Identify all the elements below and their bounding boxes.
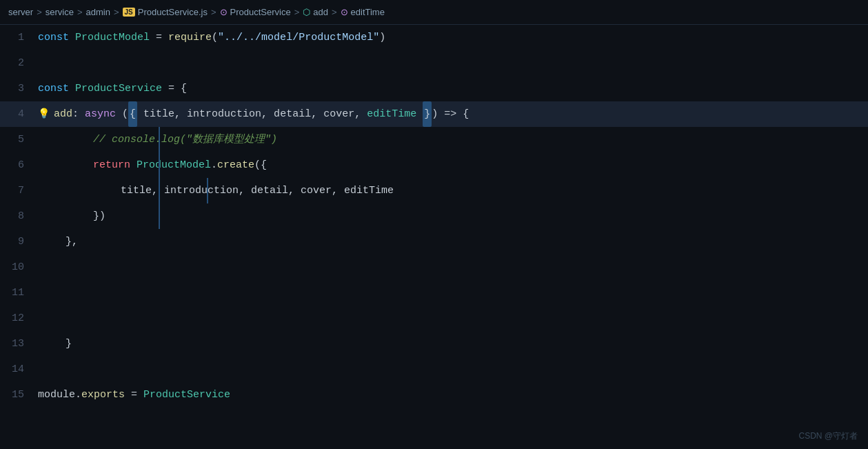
breadcrumb-add[interactable]: add	[313, 7, 328, 17]
line-content-9: },	[38, 229, 78, 255]
code-line-6: 6 return ProductModel . create ({	[0, 152, 868, 178]
line-number-9: 9	[0, 229, 38, 255]
line-number-1: 1	[0, 25, 38, 50]
line-number-2: 2	[0, 50, 38, 76]
code-line-8: 8 })	[0, 203, 868, 229]
code-line-13: 13 }	[0, 331, 868, 357]
line-number-14: 14	[0, 357, 38, 382]
breadcrumb-js-icon: JS	[123, 8, 135, 17]
breadcrumb-edittime[interactable]: editTime	[351, 7, 385, 17]
line-number-4: 4	[0, 101, 38, 127]
code-line-9: 9 },	[0, 229, 868, 255]
line-number-3: 3	[0, 76, 38, 101]
line-number-5: 5	[0, 127, 38, 152]
line-number-10: 10	[0, 255, 38, 280]
code-line-11: 11	[0, 280, 868, 306]
code-line-7: 7 title, introduction, detail, cover, ed…	[0, 178, 868, 203]
line-content-7: title, introduction, detail, cover, edit…	[38, 178, 394, 203]
breadcrumb-sep-1: >	[37, 7, 42, 17]
watermark: CSDN @守灯者	[798, 430, 858, 442]
breadcrumb-cube-icon: ⬡	[303, 7, 310, 17]
code-content: 1 const ProductModel = require ( "../../…	[0, 25, 868, 449]
line-number-15: 15	[0, 382, 38, 408]
line-number-7: 7	[0, 178, 38, 203]
line-content-6: return ProductModel . create ({	[38, 152, 267, 178]
code-line-10: 10	[0, 255, 868, 280]
line-number-12: 12	[0, 306, 38, 331]
code-line-2: 2	[0, 50, 868, 76]
code-line-3: 3 const ProductService = {	[0, 76, 868, 101]
breadcrumb-symbol-icon-1: ⊙	[220, 7, 228, 17]
line-number-13: 13	[0, 331, 38, 357]
line-number-6: 6	[0, 152, 38, 178]
code-line-14: 14	[0, 357, 868, 382]
line-number-8: 8	[0, 203, 38, 229]
breadcrumb: server > service > admin > JS ProductSer…	[0, 0, 868, 25]
breadcrumb-productservice[interactable]: ProductService	[230, 7, 291, 17]
code-line-1: 1 const ProductModel = require ( "../../…	[0, 25, 868, 50]
breadcrumb-filename[interactable]: ProductService.js	[138, 7, 208, 17]
breadcrumb-sep-4: >	[211, 7, 216, 17]
code-line-12: 12	[0, 306, 868, 331]
line-content-1: const ProductModel = require ( "../../mo…	[38, 25, 385, 50]
line-content-4: 💡 add : async ( { title, introduction, d…	[38, 101, 469, 127]
breadcrumb-sep-3: >	[114, 7, 119, 17]
code-line-4: 4 💡 add : async ( { title, introduction,…	[0, 101, 868, 127]
breadcrumb-sep-5: >	[294, 7, 300, 17]
line-content-15: module . exports = ProductService	[38, 382, 230, 408]
line-number-11: 11	[0, 280, 38, 306]
breadcrumb-sep-6: >	[332, 7, 337, 17]
breadcrumb-sep-2: >	[77, 7, 83, 17]
breadcrumb-admin[interactable]: admin	[86, 7, 110, 17]
code-line-15: 15 module . exports = ProductService	[0, 382, 868, 408]
code-line-5: 5 // console.log("数据库模型处理")	[0, 127, 868, 152]
breadcrumb-symbol-icon-2: ⊙	[341, 7, 348, 17]
breadcrumb-server[interactable]: server	[8, 7, 33, 17]
lightbulb-icon[interactable]: 💡	[38, 101, 50, 127]
line-content-5: // console.log("数据库模型处理")	[38, 127, 277, 152]
line-content-13: }	[38, 331, 72, 357]
code-editor: 1 const ProductModel = require ( "../../…	[0, 25, 868, 449]
line-content-3: const ProductService = {	[38, 76, 187, 101]
breadcrumb-service[interactable]: service	[46, 7, 74, 17]
line-content-8: })	[38, 203, 105, 229]
